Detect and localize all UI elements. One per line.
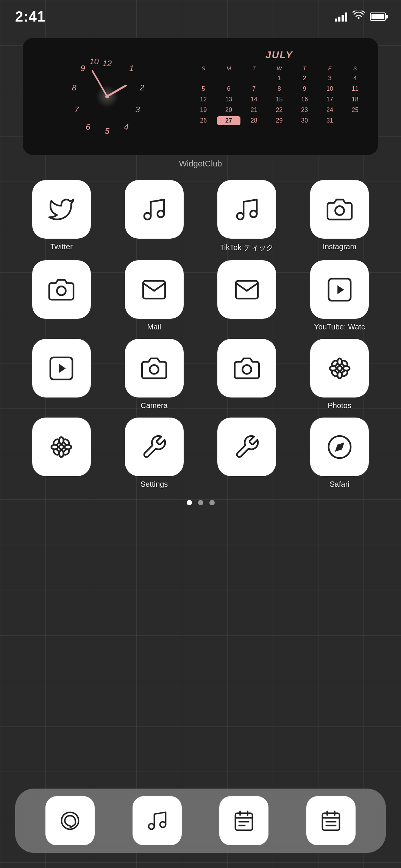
calendar-day: 26	[192, 116, 215, 125]
svg-point-21	[59, 445, 64, 449]
app-icon-camera2[interactable]	[217, 339, 276, 398]
calendar-day: 18	[343, 95, 367, 104]
calendar-day	[242, 74, 266, 83]
page-dot-1[interactable]	[187, 500, 192, 505]
calendar-header: T	[293, 65, 317, 72]
app-icon-tiktok[interactable]	[217, 180, 276, 239]
calendar-day: 14	[242, 95, 266, 104]
calendar-day: 28	[242, 116, 266, 125]
calendar-day: 19	[192, 106, 215, 115]
clock-face: 12 1 2 3 4 5 6 7 8 9 10	[64, 53, 151, 140]
svg-marker-31	[335, 442, 344, 452]
dock-icon-calendar1[interactable]	[219, 796, 268, 845]
svg-point-3	[250, 210, 257, 217]
app-item-music1	[112, 180, 197, 253]
calendar-day: 10	[318, 84, 342, 93]
calendar-header: M	[217, 65, 241, 72]
svg-point-17	[331, 359, 339, 367]
calendar-header: T	[242, 65, 266, 72]
svg-marker-7	[337, 285, 344, 294]
calendar-day: 24	[318, 106, 342, 115]
app-icon-youtube2[interactable]	[32, 339, 91, 398]
calendar-day: 12	[192, 95, 215, 104]
calendar-day: 20	[217, 106, 241, 115]
calendar-day: 21	[242, 106, 266, 115]
app-label-tiktok: TikTok ティック	[220, 242, 274, 253]
dock-icon-calendar2[interactable]	[306, 796, 356, 845]
app-icon-camera1[interactable]	[125, 339, 184, 398]
calendar-day: 5	[192, 84, 215, 93]
calendar-header: S	[192, 65, 215, 72]
calendar-day: 2	[293, 74, 317, 83]
calendar-day: 29	[267, 116, 291, 125]
clock-calendar-widget[interactable]: 12 1 2 3 4 5 6 7 8 9 10 JULY SMTWTFS1234…	[23, 38, 378, 155]
app-item-instagram2	[19, 260, 104, 331]
app-label-youtube: YouTube: Watc	[314, 323, 365, 331]
calendar-day: 17	[318, 95, 342, 104]
dock	[15, 789, 386, 853]
svg-point-27	[62, 438, 70, 446]
svg-point-33	[148, 824, 154, 829]
svg-point-12	[337, 366, 342, 371]
app-icon-photos[interactable]	[310, 339, 369, 398]
wifi-icon	[353, 11, 365, 23]
app-icon-safari[interactable]	[310, 418, 369, 476]
calendar-day: 16	[293, 95, 317, 104]
calendar-month: JULY	[192, 49, 367, 61]
svg-point-18	[340, 359, 348, 367]
page-dot-3[interactable]	[209, 500, 215, 505]
calendar-day: 15	[267, 95, 291, 104]
calendar-day	[192, 74, 215, 83]
dock-icon-line[interactable]	[45, 796, 95, 845]
calendar-day: 8	[267, 84, 291, 93]
svg-marker-9	[59, 364, 66, 373]
calendar-day: 6	[217, 84, 241, 93]
app-icon-twitter[interactable]	[32, 180, 91, 239]
calendar-header: W	[267, 65, 291, 72]
app-icon-mail2[interactable]	[217, 260, 276, 319]
svg-point-34	[160, 822, 165, 828]
app-grid: Twitter TikTok ティック Instagram Mail YouTu…	[0, 176, 401, 492]
app-icon-instagram[interactable]	[310, 180, 369, 239]
calendar-section: JULY SMTWTFS1234567891011121314151617181…	[192, 49, 367, 144]
calendar-day: 11	[343, 84, 367, 93]
app-item-mail2	[204, 260, 290, 331]
calendar-day: 22	[267, 106, 291, 115]
svg-point-2	[237, 213, 244, 219]
dock-icon-music-dock[interactable]	[133, 796, 182, 845]
calendar-day: 23	[293, 106, 317, 115]
app-icon-settings2[interactable]	[217, 418, 276, 476]
calendar-day: 31	[318, 116, 342, 125]
svg-point-0	[144, 213, 151, 219]
svg-point-5	[57, 286, 66, 295]
battery-icon	[370, 12, 386, 21]
app-label-safari: Safari	[330, 480, 350, 489]
svg-point-4	[335, 206, 344, 215]
status-time: 2:41	[15, 9, 45, 25]
app-item-camera2	[204, 339, 290, 410]
clock-section: 12 1 2 3 4 5 6 7 8 9 10	[34, 49, 180, 144]
app-icon-instagram2[interactable]	[32, 260, 91, 319]
app-icon-mail1[interactable]	[125, 260, 184, 319]
calendar-day: 25	[343, 106, 367, 115]
calendar-header: F	[318, 65, 342, 72]
page-dot-2[interactable]	[198, 500, 203, 505]
app-icon-photos2[interactable]	[32, 418, 91, 476]
svg-point-26	[53, 438, 61, 446]
page-dots	[0, 500, 401, 505]
app-icon-music1[interactable]	[125, 180, 184, 239]
app-item-safari: Safari	[297, 418, 382, 489]
calendar-day: 3	[318, 74, 342, 83]
calendar-day: 13	[217, 95, 241, 104]
app-icon-youtube[interactable]	[310, 260, 369, 319]
calendar-day	[343, 116, 367, 125]
calendar-day	[217, 74, 241, 83]
app-label-twitter: Twitter	[50, 242, 73, 251]
signal-icon	[335, 12, 347, 22]
app-icon-settings1[interactable]	[125, 418, 184, 476]
app-item-twitter: Twitter	[19, 180, 104, 253]
status-bar: 2:41	[0, 0, 401, 26]
svg-point-19	[331, 369, 339, 377]
calendar-grid: SMTWTFS123456789101112131415161718192021…	[192, 65, 367, 129]
status-icons	[335, 11, 386, 23]
